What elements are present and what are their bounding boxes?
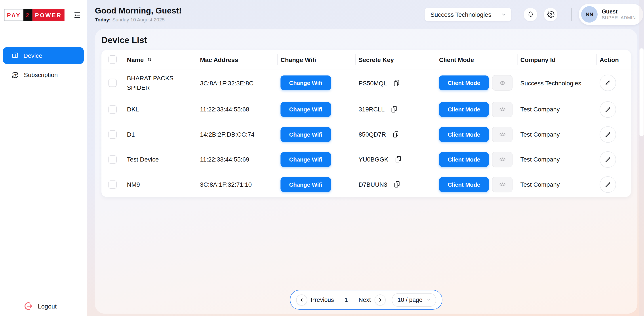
previous-label[interactable]: Previous [311,297,334,303]
change-wifi-button[interactable]: Change Wifi [280,102,331,117]
page-scrollbar[interactable] [639,0,644,316]
table-header-row: Name Mac Address Change Wifi Secrete Key… [102,50,631,69]
edit-button[interactable] [600,126,616,142]
client-mode-button[interactable]: Client Mode [439,102,489,117]
copy-icon [392,130,399,138]
sidebar-item-label: Subscription [24,71,58,78]
copy-button[interactable] [392,130,399,138]
change-wifi-button[interactable]: Change Wifi [280,127,331,142]
column-header-secret: Secrete Key [355,54,436,65]
table-body: BHARAT PACKS SPIDER 3C:8A:1F:32:3E:8C Ch… [102,69,631,197]
device-icon [11,52,19,59]
secret-key-cell: D7BUUN3 [355,176,436,192]
copy-icon [393,180,401,188]
row-checkbox[interactable] [108,79,117,87]
copy-button[interactable] [393,180,401,188]
change-wifi-button[interactable]: Change Wifi [280,152,331,167]
action-cell [596,147,631,172]
client-mode-cell: Client Mode [436,148,517,171]
current-page[interactable]: 1 [344,297,348,303]
logout-button[interactable]: Logout [24,302,56,311]
app-root: PAY 2 POWER Device [0,0,644,316]
subscription-icon: $ [11,71,19,79]
view-button[interactable] [492,102,513,117]
client-mode-button[interactable]: Client Mode [439,75,489,90]
row-select-cell [102,75,124,91]
row-checkbox[interactable] [108,155,117,163]
column-header-company: Company Id [517,54,596,65]
select-all-checkbox[interactable] [108,55,117,64]
view-button[interactable] [492,75,513,91]
pencil-icon [605,106,611,113]
gear-icon [547,10,554,18]
device-name-cell: D1 [124,125,197,143]
edit-button[interactable] [600,101,616,117]
bell-icon [527,10,534,18]
pagination: Previous 1 Next 10 / page [290,290,442,310]
copy-button[interactable] [394,155,402,163]
view-button[interactable] [492,127,513,142]
company-id-cell: Test Company [517,127,596,142]
table-row: BHARAT PACKS SPIDER 3C:8A:1F:32:3E:8C Ch… [102,69,631,97]
table-row: NM9 3C:8A:1F:32:71:10 Change Wifi D7BUUN… [102,172,631,197]
row-checkbox[interactable] [108,130,117,138]
next-page-button[interactable] [374,294,386,305]
secret-key-value: 319RCLL [358,106,384,113]
column-header-name[interactable]: Name [124,54,197,65]
copy-icon [393,79,400,87]
pencil-icon [605,181,611,187]
copy-button[interactable] [393,79,400,87]
scrollbar-thumb[interactable] [640,48,644,136]
previous-page-button[interactable] [296,294,307,305]
eye-icon [499,181,506,188]
column-header-mac: Mac Address [197,54,277,65]
device-name-cell: NM9 [124,175,197,193]
topbar: Good Morning, Guest! Today:Sunday 10 Aug… [87,0,644,29]
client-mode-button[interactable]: Client Mode [439,127,489,142]
column-header-action: Action [596,54,631,65]
edit-button[interactable] [600,75,616,91]
logo-two: 2 [24,9,32,21]
view-button[interactable] [492,176,513,192]
edit-button[interactable] [600,176,616,192]
eye-icon [499,131,506,138]
client-mode-cell: Client Mode [436,172,517,196]
row-checkbox[interactable] [108,180,117,188]
change-wifi-cell: Change Wifi [277,98,355,121]
view-button[interactable] [492,152,513,167]
page-size-select[interactable]: 10 / page [392,293,436,307]
action-cell [596,122,631,147]
copy-button[interactable] [390,106,398,113]
settings-button[interactable] [544,7,557,21]
user-menu[interactable]: NN Guest SUPER_ADMIN [579,4,643,25]
copy-icon [390,106,398,113]
change-wifi-button[interactable]: Change Wifi [280,177,331,192]
sidebar-collapse-icon[interactable] [73,10,82,19]
next-label[interactable]: Next [359,297,371,303]
notifications-button[interactable] [524,7,537,21]
change-wifi-button[interactable]: Change Wifi [280,75,331,90]
pencil-icon [605,156,611,163]
device-table: Name Mac Address Change Wifi Secrete Key… [102,50,631,197]
sidebar-item-device[interactable]: Device [3,47,84,64]
secret-key-value: YU0BGGK [358,156,388,163]
company-selector[interactable]: Success Technologies [425,7,512,21]
page-size-value: 10 / page [398,297,422,303]
client-mode-button[interactable]: Client Mode [439,152,489,167]
sidebar-item-subscription[interactable]: $ Subscription [3,66,84,83]
row-select-cell [102,151,124,167]
content-card: Device List Name Mac Address Change Wi [95,29,637,314]
user-name: Guest [602,8,636,15]
secret-key-cell: YU0BGGK [355,151,436,167]
edit-button[interactable] [600,151,616,167]
secret-key-value: 850QD7R [358,131,386,138]
logo-pay: PAY [4,9,24,21]
client-mode-button[interactable]: Client Mode [439,177,489,192]
brand-logo: PAY 2 POWER [4,9,64,21]
row-checkbox[interactable] [108,105,117,113]
company-id-cell: Test Company [517,177,596,192]
sort-icon [146,56,153,63]
row-select-cell [102,126,124,142]
device-name-cell: BHARAT PACKS SPIDER [124,69,197,97]
change-wifi-cell: Change Wifi [277,71,355,94]
